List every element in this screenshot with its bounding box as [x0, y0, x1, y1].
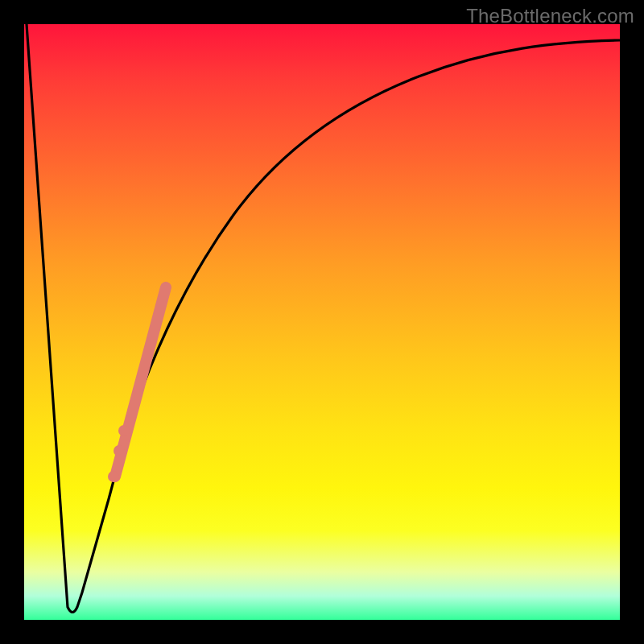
plot-area: [24, 24, 620, 620]
highlight-dot: [108, 471, 119, 482]
bottleneck-curve-group: [27, 24, 620, 613]
highlight-dot: [114, 445, 125, 456]
bottleneck-curve: [27, 24, 620, 613]
highlight-dot: [118, 425, 130, 436]
curve-svg: [24, 24, 620, 620]
chart-container: TheBottleneck.com: [0, 0, 644, 644]
